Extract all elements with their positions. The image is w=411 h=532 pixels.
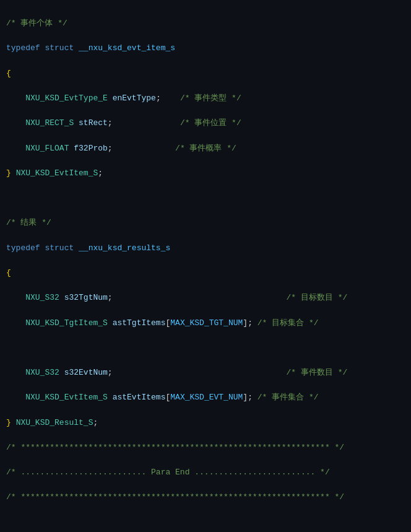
code-line: /* 事件个体 */ (6, 17, 405, 30)
code-line: /* 结果 */ (6, 217, 405, 229)
code-line (6, 192, 405, 204)
code-line: /* *************************************… (6, 442, 405, 454)
code-line (6, 517, 405, 529)
code-line (6, 342, 405, 354)
code-line: } NXU_KSD_Result_S; (6, 417, 405, 429)
code-editor: /* 事件个体 */ typedef struct __nxu_ksd_evt_… (0, 0, 411, 532)
code-line: { (6, 267, 405, 279)
code-line: { (6, 68, 405, 80)
code-line: NXU_S32 s32EvtNum; /* 事件数目 */ (6, 367, 405, 379)
code-line: NXU_S32 s32TgtNum; /* 目标数目 */ (6, 292, 405, 304)
code-line: NXU_KSD_EvtType_E enEvtType; /* 事件类型 */ (6, 92, 405, 105)
code-line: /* *************************************… (6, 491, 405, 504)
code-line: NXU_FLOAT f32Prob; /* 事件概率 */ (6, 142, 405, 155)
code-line: NXU_KSD_TgtItem_S astTgtItems[MAX_KSD_TG… (6, 317, 405, 329)
code-line: typedef struct __nxu_ksd_evt_item_s (6, 42, 405, 55)
code-line: /* .......................... Para End .… (6, 466, 405, 479)
code-line: typedef struct __nxu_ksd_results_s (6, 242, 405, 255)
code-line: NXU_KSD_EvtItem_S astEvtItems[MAX_KSD_EV… (6, 391, 405, 404)
code-line: NXU_RECT_S stRect; /* 事件位置 */ (6, 117, 405, 129)
code-line: } NXU_KSD_EvtItem_S; (6, 167, 405, 180)
